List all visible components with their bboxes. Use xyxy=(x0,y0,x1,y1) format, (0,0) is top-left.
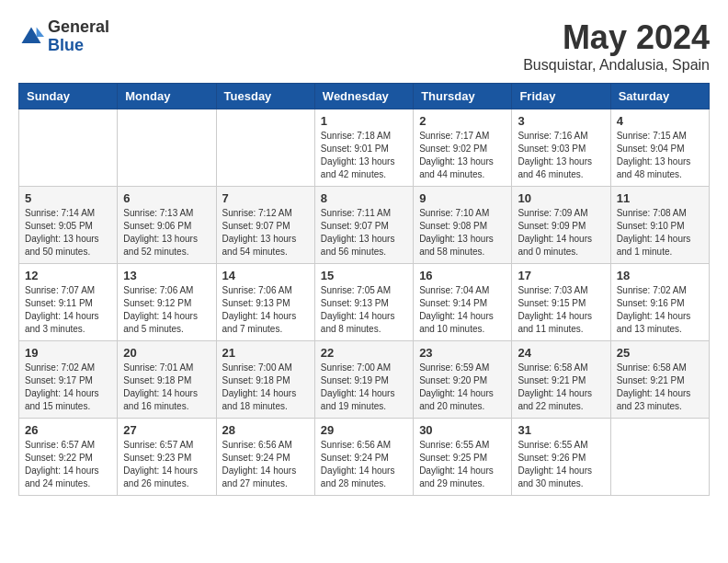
day-number: 23 xyxy=(419,346,506,360)
calendar-cell: 21Sunrise: 7:00 AM Sunset: 9:18 PM Dayli… xyxy=(216,341,314,419)
calendar-cell: 4Sunrise: 7:15 AM Sunset: 9:04 PM Daylig… xyxy=(610,109,709,187)
logo-general-text: General xyxy=(48,17,109,36)
day-info: Sunrise: 6:57 AM Sunset: 9:22 PM Dayligh… xyxy=(25,439,111,490)
header-thursday: Thursday xyxy=(414,84,512,109)
day-info: Sunrise: 6:58 AM Sunset: 9:21 PM Dayligh… xyxy=(617,362,703,413)
day-number: 8 xyxy=(321,191,407,205)
calendar-table: Sunday Monday Tuesday Wednesday Thursday… xyxy=(18,83,710,496)
day-number: 14 xyxy=(222,269,309,282)
calendar-cell: 1Sunrise: 7:18 AM Sunset: 9:01 PM Daylig… xyxy=(314,109,413,187)
day-number: 30 xyxy=(419,423,506,437)
day-number: 29 xyxy=(321,423,407,437)
calendar-cell: 22Sunrise: 7:00 AM Sunset: 9:19 PM Dayli… xyxy=(314,341,413,419)
calendar-cell xyxy=(19,109,118,187)
calendar-cell: 20Sunrise: 7:01 AM Sunset: 9:18 PM Dayli… xyxy=(118,341,216,419)
day-number: 11 xyxy=(617,191,703,205)
calendar-cell: 29Sunrise: 6:56 AM Sunset: 9:24 PM Dayli… xyxy=(314,419,413,496)
calendar-week-1: 1Sunrise: 7:18 AM Sunset: 9:01 PM Daylig… xyxy=(19,109,710,187)
day-info: Sunrise: 7:03 AM Sunset: 9:15 PM Dayligh… xyxy=(518,284,604,336)
calendar-cell: 3Sunrise: 7:16 AM Sunset: 9:03 PM Daylig… xyxy=(512,109,610,187)
calendar-cell xyxy=(216,109,314,187)
calendar-cell: 12Sunrise: 7:07 AM Sunset: 9:11 PM Dayli… xyxy=(19,264,118,341)
day-info: Sunrise: 6:56 AM Sunset: 9:24 PM Dayligh… xyxy=(222,439,309,490)
calendar-cell: 31Sunrise: 6:55 AM Sunset: 9:26 PM Dayli… xyxy=(512,419,610,496)
day-number: 7 xyxy=(222,191,309,205)
day-number: 24 xyxy=(518,346,604,360)
day-number: 4 xyxy=(617,114,703,128)
calendar-cell: 23Sunrise: 6:59 AM Sunset: 9:20 PM Dayli… xyxy=(414,341,512,419)
day-number: 17 xyxy=(518,269,604,282)
logo: General Blue xyxy=(18,18,109,55)
day-info: Sunrise: 7:07 AM Sunset: 9:11 PM Dayligh… xyxy=(25,284,111,336)
title-area: May 2024 Busquistar, Andalusia, Spain xyxy=(523,18,710,74)
day-info: Sunrise: 7:09 AM Sunset: 9:09 PM Dayligh… xyxy=(518,207,604,259)
day-number: 16 xyxy=(419,269,506,282)
day-number: 20 xyxy=(123,346,210,360)
day-info: Sunrise: 7:05 AM Sunset: 9:13 PM Dayligh… xyxy=(321,284,407,336)
day-number: 28 xyxy=(222,423,309,437)
calendar-cell: 18Sunrise: 7:02 AM Sunset: 9:16 PM Dayli… xyxy=(610,264,709,341)
day-info: Sunrise: 7:02 AM Sunset: 9:17 PM Dayligh… xyxy=(25,362,111,413)
calendar-cell: 25Sunrise: 6:58 AM Sunset: 9:21 PM Dayli… xyxy=(610,341,709,419)
day-number: 10 xyxy=(518,191,604,205)
calendar-cell xyxy=(610,419,709,496)
calendar-cell: 9Sunrise: 7:10 AM Sunset: 9:08 PM Daylig… xyxy=(414,187,512,264)
day-info: Sunrise: 7:10 AM Sunset: 9:08 PM Dayligh… xyxy=(419,207,506,259)
month-title: May 2024 xyxy=(523,18,710,57)
day-number: 26 xyxy=(25,423,111,437)
calendar-cell: 17Sunrise: 7:03 AM Sunset: 9:15 PM Dayli… xyxy=(512,264,610,341)
day-number: 15 xyxy=(321,269,407,282)
calendar-cell: 11Sunrise: 7:08 AM Sunset: 9:10 PM Dayli… xyxy=(610,187,709,264)
day-info: Sunrise: 7:15 AM Sunset: 9:04 PM Dayligh… xyxy=(617,130,703,181)
logo-icon xyxy=(18,24,44,50)
calendar-cell: 5Sunrise: 7:14 AM Sunset: 9:05 PM Daylig… xyxy=(19,187,118,264)
header-saturday: Saturday xyxy=(610,84,709,109)
calendar-cell: 28Sunrise: 6:56 AM Sunset: 9:24 PM Dayli… xyxy=(216,419,314,496)
day-info: Sunrise: 7:02 AM Sunset: 9:16 PM Dayligh… xyxy=(617,284,703,336)
calendar-cell: 15Sunrise: 7:05 AM Sunset: 9:13 PM Dayli… xyxy=(314,264,413,341)
day-info: Sunrise: 7:11 AM Sunset: 9:07 PM Dayligh… xyxy=(321,207,407,259)
header-wednesday: Wednesday xyxy=(314,84,413,109)
day-info: Sunrise: 7:12 AM Sunset: 9:07 PM Dayligh… xyxy=(222,207,309,259)
day-info: Sunrise: 6:57 AM Sunset: 9:23 PM Dayligh… xyxy=(123,439,210,490)
header-friday: Friday xyxy=(512,84,610,109)
header-monday: Monday xyxy=(118,84,216,109)
day-info: Sunrise: 6:55 AM Sunset: 9:26 PM Dayligh… xyxy=(518,439,604,490)
day-info: Sunrise: 6:58 AM Sunset: 9:21 PM Dayligh… xyxy=(518,362,604,413)
day-number: 19 xyxy=(25,346,111,360)
calendar-cell: 10Sunrise: 7:09 AM Sunset: 9:09 PM Dayli… xyxy=(512,187,610,264)
calendar-cell: 8Sunrise: 7:11 AM Sunset: 9:07 PM Daylig… xyxy=(314,187,413,264)
day-info: Sunrise: 7:17 AM Sunset: 9:02 PM Dayligh… xyxy=(419,130,506,181)
day-number: 5 xyxy=(25,191,111,205)
day-number: 9 xyxy=(419,191,506,205)
calendar-cell: 19Sunrise: 7:02 AM Sunset: 9:17 PM Dayli… xyxy=(19,341,118,419)
calendar-cell: 26Sunrise: 6:57 AM Sunset: 9:22 PM Dayli… xyxy=(19,419,118,496)
day-number: 27 xyxy=(123,423,210,437)
day-number: 1 xyxy=(321,114,407,128)
header-tuesday: Tuesday xyxy=(216,84,314,109)
calendar-cell: 2Sunrise: 7:17 AM Sunset: 9:02 PM Daylig… xyxy=(414,109,512,187)
calendar-cell: 24Sunrise: 6:58 AM Sunset: 9:21 PM Dayli… xyxy=(512,341,610,419)
calendar-cell: 7Sunrise: 7:12 AM Sunset: 9:07 PM Daylig… xyxy=(216,187,314,264)
day-number: 2 xyxy=(419,114,506,128)
calendar-week-4: 19Sunrise: 7:02 AM Sunset: 9:17 PM Dayli… xyxy=(19,341,710,419)
day-info: Sunrise: 6:55 AM Sunset: 9:25 PM Dayligh… xyxy=(419,439,506,490)
day-info: Sunrise: 7:16 AM Sunset: 9:03 PM Dayligh… xyxy=(518,130,604,181)
calendar-cell: 27Sunrise: 6:57 AM Sunset: 9:23 PM Dayli… xyxy=(118,419,216,496)
day-number: 12 xyxy=(25,269,111,282)
calendar-cell: 30Sunrise: 6:55 AM Sunset: 9:25 PM Dayli… xyxy=(414,419,512,496)
day-info: Sunrise: 7:14 AM Sunset: 9:05 PM Dayligh… xyxy=(25,207,111,259)
day-number: 3 xyxy=(518,114,604,128)
calendar-cell: 13Sunrise: 7:06 AM Sunset: 9:12 PM Dayli… xyxy=(118,264,216,341)
day-number: 21 xyxy=(222,346,309,360)
day-info: Sunrise: 7:13 AM Sunset: 9:06 PM Dayligh… xyxy=(123,207,210,259)
calendar-cell: 6Sunrise: 7:13 AM Sunset: 9:06 PM Daylig… xyxy=(118,187,216,264)
day-info: Sunrise: 7:06 AM Sunset: 9:12 PM Dayligh… xyxy=(123,284,210,336)
day-info: Sunrise: 7:00 AM Sunset: 9:19 PM Dayligh… xyxy=(321,362,407,413)
day-info: Sunrise: 7:08 AM Sunset: 9:10 PM Dayligh… xyxy=(617,207,703,259)
day-info: Sunrise: 7:04 AM Sunset: 9:14 PM Dayligh… xyxy=(419,284,506,336)
page-header: General Blue May 2024 Busquistar, Andalu… xyxy=(18,18,710,74)
calendar-header-row: Sunday Monday Tuesday Wednesday Thursday… xyxy=(19,84,710,109)
day-number: 25 xyxy=(617,346,703,360)
day-number: 18 xyxy=(617,269,703,282)
